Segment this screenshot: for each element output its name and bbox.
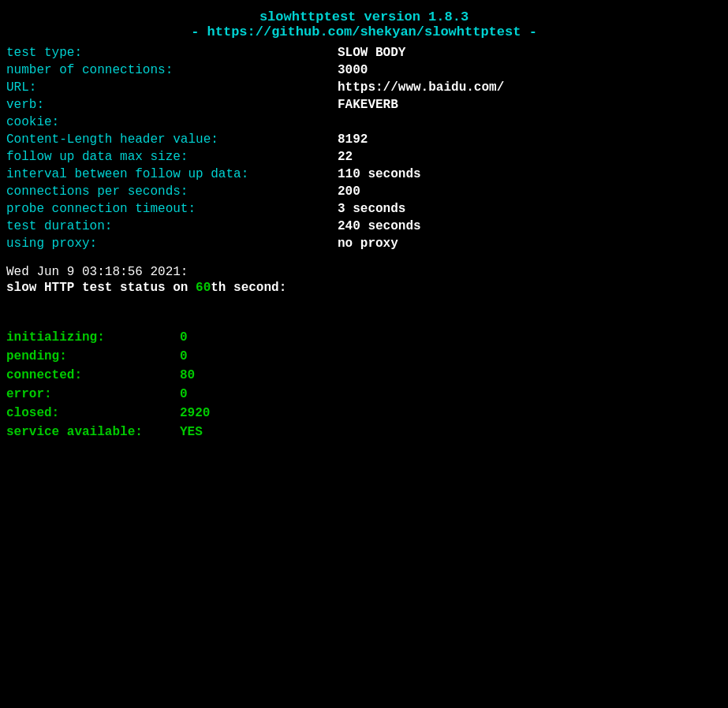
status-line: slow HTTP test status on 60th second: xyxy=(6,281,722,295)
timestamp-line: Wed Jun 9 03:18:56 2021: xyxy=(6,265,722,279)
stats-label: pending: xyxy=(6,349,180,363)
config-value: 22 xyxy=(338,150,353,164)
config-label: test duration: xyxy=(6,219,338,233)
stats-row: connected:80 xyxy=(6,366,722,385)
config-label: URL: xyxy=(6,80,338,95)
config-row: test type:SLOW BODY xyxy=(6,44,722,61)
config-row: URL:https://www.baidu.com/ xyxy=(6,79,722,96)
stats-row: initializing:0 xyxy=(6,328,722,347)
config-value: SLOW BODY xyxy=(338,46,405,60)
config-value: 3000 xyxy=(338,63,368,77)
spacer xyxy=(6,307,722,322)
config-value: no proxy xyxy=(338,237,398,251)
stats-value: 2920 xyxy=(180,406,210,420)
config-row: connections per seconds:200 xyxy=(6,183,722,200)
title-line1: slowhttptest version 1.8.3 xyxy=(6,9,722,24)
config-label: probe connection timeout: xyxy=(6,202,338,216)
stats-label: service available: xyxy=(6,425,180,439)
config-label: using proxy: xyxy=(6,237,338,251)
config-label: cookie: xyxy=(6,115,338,129)
status-number: 60 xyxy=(196,281,211,295)
stats-value: 80 xyxy=(180,368,195,382)
config-label: connections per seconds: xyxy=(6,184,338,199)
status-prefix: slow HTTP test status on xyxy=(6,281,196,295)
stats-label: connected: xyxy=(6,368,180,382)
config-row: cookie: xyxy=(6,114,722,131)
config-value: 200 xyxy=(338,184,360,199)
config-label: verb: xyxy=(6,98,338,112)
config-value: 240 seconds xyxy=(338,219,421,233)
config-label: follow up data max size: xyxy=(6,150,338,164)
config-value: 110 seconds xyxy=(338,167,421,181)
stats-label: error: xyxy=(6,387,180,401)
config-table: test type:SLOW BODYnumber of connections… xyxy=(6,44,722,252)
title-line2: - https://github.com/shekyan/slowhttptes… xyxy=(6,24,722,39)
config-value: FAKEVERB xyxy=(338,98,398,112)
config-row: interval between follow up data:110 seco… xyxy=(6,166,722,183)
config-label: number of connections: xyxy=(6,63,338,77)
config-row: number of connections:3000 xyxy=(6,61,722,79)
stats-value: 0 xyxy=(180,349,188,363)
stats-section: initializing:0pending:0connected:80error… xyxy=(6,328,722,442)
config-row: probe connection timeout:3 seconds xyxy=(6,200,722,218)
stats-row: pending:0 xyxy=(6,347,722,366)
stats-value: 0 xyxy=(180,387,188,401)
config-row: Content-Length header value:8192 xyxy=(6,131,722,148)
config-row: verb:FAKEVERB xyxy=(6,96,722,114)
stats-label: initializing: xyxy=(6,330,180,345)
stats-label: closed: xyxy=(6,406,180,420)
config-label: test type: xyxy=(6,46,338,60)
stats-row: closed:2920 xyxy=(6,404,722,423)
stats-value: YES xyxy=(180,425,203,439)
config-value: https://www.baidu.com/ xyxy=(338,80,504,95)
config-label: interval between follow up data: xyxy=(6,167,338,181)
config-row: test duration:240 seconds xyxy=(6,218,722,235)
config-row: using proxy:no proxy xyxy=(6,235,722,252)
stats-row: error:0 xyxy=(6,385,722,404)
config-value: 8192 xyxy=(338,132,368,147)
title-section: slowhttptest version 1.8.3 - https://git… xyxy=(6,9,722,39)
status-suffix: th second: xyxy=(211,281,286,295)
stats-row: service available:YES xyxy=(6,423,722,442)
config-label: Content-Length header value: xyxy=(6,132,338,147)
config-value: 3 seconds xyxy=(338,202,405,216)
stats-value: 0 xyxy=(180,330,188,345)
config-row: follow up data max size:22 xyxy=(6,148,722,166)
